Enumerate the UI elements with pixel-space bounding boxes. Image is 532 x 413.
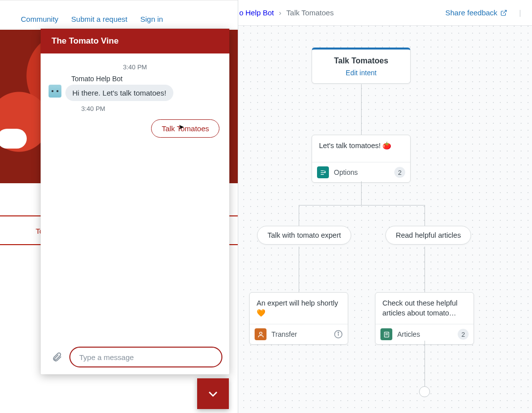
edit-intent-link[interactable]: Edit intent [346,69,376,77]
share-feedback-label: Share feedback [445,8,497,17]
transfer-step-card[interactable]: An expert will help shortly 🧡 Transfer [249,292,348,345]
connector [299,247,299,292]
chat-widget: The Tomato Vine 3:40 PM Tomato Help Bot … [41,29,229,374]
flow-builder-pane: o Help Bot › Talk Tomatoes Share feedbac… [238,0,532,413]
nav-community-link[interactable]: Community [21,15,58,23]
svg-point-1 [260,332,262,334]
connector [425,247,425,292]
intent-card[interactable]: Talk Tomatoes Edit intent [312,48,411,84]
articles-step-label: Articles [397,330,420,338]
articles-step-count: 2 [458,329,469,340]
hero-search-pill[interactable] [0,129,27,149]
chat-composer [41,343,229,374]
chat-timestamp: 3:40 PM [49,63,221,71]
quick-reply-row: Talk Tomatoes ➤ [49,119,221,138]
options-step-card[interactable]: Let's talk tomatoes! 🍅 Options 2 [312,135,411,183]
connector [361,84,362,135]
bot-message-bubble: Hi there. Let's talk tomatoes! [65,85,173,101]
svg-point-4 [338,332,339,333]
help-center-topnav: Community Submit a request Sign in [0,0,238,29]
info-icon[interactable] [334,330,343,339]
flow-canvas[interactable]: Talk Tomatoes Edit intent Let's talk tom… [238,26,532,413]
chat-message-timestamp: 3:40 PM [81,105,221,112]
quick-reply-talk-tomatoes[interactable]: Talk Tomatoes ➤ [151,119,219,138]
add-step-button[interactable] [419,386,430,397]
chat-title: The Tomato Vine [52,36,118,46]
options-icon [317,166,329,178]
chat-header: The Tomato Vine [41,29,229,53]
chat-message-input[interactable] [69,347,222,367]
breadcrumb: o Help Bot › Talk Tomatoes [239,8,334,17]
transfer-step-footer: Transfer [250,324,348,344]
breadcrumb-separator: › [279,8,281,17]
chat-message-row: Hi there. Let's talk tomatoes! [49,85,221,101]
nav-submit-request-link[interactable]: Submit a request [71,15,127,23]
builder-toolbar: o Help Bot › Talk Tomatoes Share feedbac… [238,0,532,26]
options-step-label: Options [334,168,358,176]
chat-transcript: 3:40 PM Tomato Help Bot Hi there. Let's … [41,53,229,343]
toolbar-separator: | [519,8,521,17]
transfer-icon [255,328,266,340]
articles-step-text: Check out these helpful articles about t… [375,293,474,324]
transfer-step-text: An expert will help shortly 🧡 [250,293,348,324]
attachment-icon[interactable] [52,352,62,362]
breadcrumb-current: Talk Tomatoes [286,8,334,17]
share-feedback-link[interactable]: Share feedback | [445,8,521,17]
bot-avatar-icon [49,85,61,98]
articles-step-card[interactable]: Check out these helpful articles about t… [375,292,474,345]
svg-line-0 [503,10,506,13]
option-pill-expert[interactable]: Talk with tomato expert [257,226,351,245]
connector [299,205,299,226]
chat-sender-name: Tomato Help Bot [71,75,221,83]
external-link-icon [500,9,507,16]
chevron-down-icon [207,387,219,400]
breadcrumb-parent-link[interactable]: o Help Bot [239,8,274,17]
quick-reply-label: Talk Tomatoes [161,124,209,133]
options-step-text: Let's talk tomatoes! 🍅 [312,135,410,162]
connector [361,181,362,205]
nav-signin-link[interactable]: Sign in [140,15,163,23]
intent-title: Talk Tomatoes [317,56,405,65]
connector [299,205,425,206]
options-step-footer: Options 2 [312,162,410,182]
chat-launcher-button[interactable] [197,378,229,409]
transfer-step-label: Transfer [271,330,297,338]
connector [425,205,425,226]
articles-icon [380,328,392,340]
options-step-count: 2 [394,167,405,178]
option-pill-articles[interactable]: Read helpful articles [385,226,471,245]
connector [425,341,425,387]
